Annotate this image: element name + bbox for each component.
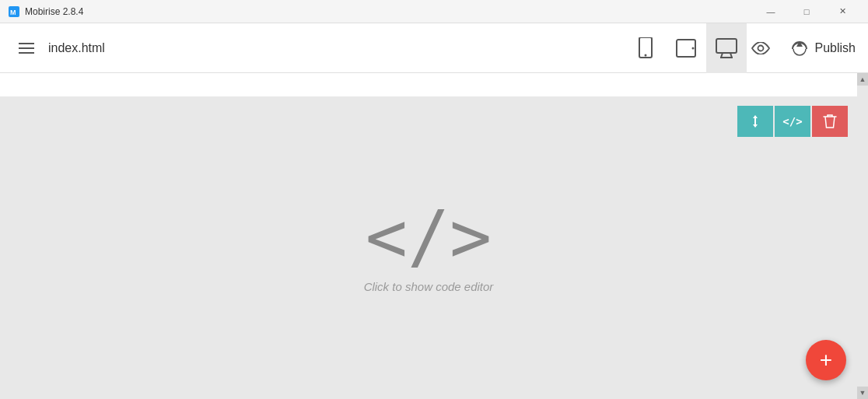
content-block[interactable]: </> </> Click to show code editor bbox=[0, 96, 857, 399]
arrows-icon bbox=[747, 114, 763, 129]
toolbar: index.html bbox=[0, 23, 868, 73]
scrollbar: ▲ ▼ bbox=[857, 73, 868, 399]
code-edit-button[interactable]: </> bbox=[775, 106, 810, 137]
add-block-button[interactable]: + bbox=[806, 340, 846, 380]
hamburger-icon bbox=[19, 43, 34, 54]
publish-label: Publish bbox=[815, 41, 856, 55]
preview-button[interactable] bbox=[747, 34, 775, 62]
code-editor-label: Click to show code editor bbox=[364, 280, 494, 293]
desktop-view-button[interactable] bbox=[706, 23, 747, 73]
menu-button[interactable] bbox=[12, 34, 40, 62]
filename-label: index.html bbox=[48, 41, 625, 55]
window-controls: — □ ✕ bbox=[753, 0, 860, 23]
code-edit-icon: </> bbox=[782, 115, 802, 128]
top-strip bbox=[0, 73, 857, 96]
reorder-button[interactable] bbox=[737, 106, 773, 137]
tablet-icon bbox=[676, 38, 696, 58]
canvas-area: </> </> Click to show code editor bbox=[0, 73, 857, 399]
svg-point-5 bbox=[691, 47, 694, 49]
tablet-view-button[interactable] bbox=[666, 23, 706, 73]
app-title: Mobirise 2.8.4 bbox=[25, 6, 753, 17]
toolbar-right: Publish bbox=[747, 34, 856, 62]
mobile-icon bbox=[637, 37, 654, 59]
view-toggle-group bbox=[625, 23, 747, 73]
desktop-icon bbox=[716, 38, 737, 58]
titlebar: M Mobirise 2.8.4 — □ ✕ bbox=[0, 0, 868, 23]
main-area: </> </> Click to show code editor ▲ ▼ + bbox=[0, 73, 868, 399]
minimize-button[interactable]: — bbox=[753, 0, 789, 23]
mobile-view-button[interactable] bbox=[625, 23, 666, 73]
block-actions: </> bbox=[737, 106, 848, 137]
svg-rect-6 bbox=[716, 39, 737, 53]
code-symbol: </> bbox=[366, 202, 492, 272]
app-icon: M bbox=[8, 5, 20, 18]
scroll-down-button[interactable]: ▼ bbox=[857, 387, 868, 399]
eye-icon bbox=[751, 42, 770, 54]
svg-point-3 bbox=[644, 54, 646, 56]
publish-button[interactable]: Publish bbox=[790, 40, 856, 57]
close-button[interactable]: ✕ bbox=[824, 0, 860, 23]
scroll-track bbox=[857, 86, 868, 387]
scroll-up-button[interactable]: ▲ bbox=[857, 73, 868, 86]
code-editor-placeholder[interactable]: </> Click to show code editor bbox=[364, 202, 494, 293]
publish-icon bbox=[790, 40, 809, 57]
svg-point-10 bbox=[758, 45, 763, 51]
trash-icon bbox=[823, 114, 837, 129]
svg-text:M: M bbox=[10, 9, 16, 16]
delete-block-button[interactable] bbox=[812, 106, 848, 137]
maximize-button[interactable]: □ bbox=[789, 0, 824, 23]
